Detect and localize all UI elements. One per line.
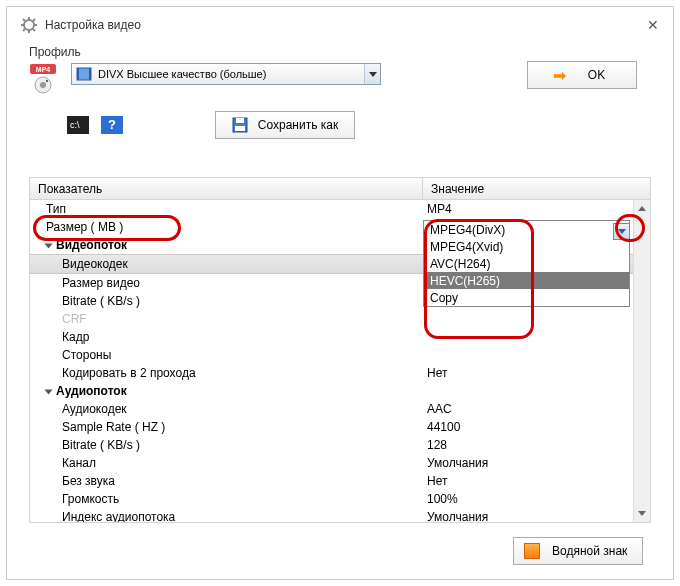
profile-select[interactable]: DIVX Высшее качество (больше) — [71, 63, 381, 85]
table-row[interactable]: Bitrate ( KB/s )128 — [30, 436, 650, 454]
svg-point-0 — [24, 20, 34, 30]
svg-line-5 — [23, 19, 25, 21]
table-row[interactable]: Кодировать в 2 проходаНет — [30, 364, 650, 382]
help-icon[interactable]: ? — [101, 116, 123, 134]
scroll-up-icon[interactable] — [634, 200, 650, 217]
table-row[interactable]: Кадр — [30, 328, 650, 346]
svg-text:?: ? — [108, 117, 116, 132]
ok-label: OK — [588, 68, 605, 82]
gear-icon — [21, 17, 37, 33]
floppy-icon — [232, 117, 248, 133]
table-row[interactable]: АудиокодекAAC — [30, 400, 650, 418]
dropdown-option[interactable]: HEVC(H265) — [424, 272, 629, 289]
codec-dropdown[interactable]: MPEG4(DivX)MPEG4(Xvid)AVC(H264)HEVC(H265… — [423, 220, 630, 307]
table-row[interactable]: Стороны — [30, 346, 650, 364]
table-row[interactable]: Без звукаНет — [30, 472, 650, 490]
svg-rect-23 — [236, 118, 244, 123]
svg-marker-17 — [369, 72, 377, 77]
table-row[interactable]: Индекс аудиопотокаУмолчания — [30, 508, 650, 522]
ok-button[interactable]: ➡ OK — [527, 61, 637, 89]
console-icon[interactable]: c:\ — [67, 116, 89, 134]
svg-point-12 — [40, 82, 46, 88]
svg-rect-16 — [89, 68, 91, 80]
table-row[interactable]: CRF — [30, 310, 650, 328]
svg-line-6 — [33, 29, 35, 31]
table-row[interactable]: Аудиопоток — [30, 382, 650, 400]
dropdown-option[interactable]: MPEG4(DivX) — [424, 221, 629, 238]
save-as-button[interactable]: Сохранить как — [215, 111, 355, 139]
svg-rect-14 — [77, 68, 91, 80]
svg-rect-24 — [235, 126, 245, 131]
col-value[interactable]: Значение — [423, 178, 650, 199]
scroll-down-icon[interactable] — [634, 505, 650, 522]
film-icon — [76, 66, 92, 82]
arrow-right-icon: ➡ — [553, 66, 566, 85]
table-row[interactable]: Громкость100% — [30, 490, 650, 508]
svg-point-13 — [46, 80, 48, 82]
table-row[interactable]: ТипMP4 — [30, 200, 650, 218]
profile-label: Профиль — [7, 39, 673, 61]
dropdown-option[interactable]: AVC(H264) — [424, 255, 629, 272]
settings-grid: Показатель Значение ТипMP4Размер ( MB )В… — [29, 177, 651, 523]
svg-line-7 — [23, 29, 25, 31]
watermark-button[interactable]: Водяной знак — [513, 537, 643, 565]
table-row[interactable]: Sample Rate ( HZ )44100 — [30, 418, 650, 436]
save-as-label: Сохранить как — [258, 118, 338, 132]
chevron-down-icon — [364, 64, 380, 84]
profile-value: DIVX Высшее качество (больше) — [98, 68, 266, 80]
svg-text:c:\: c:\ — [70, 120, 80, 130]
svg-line-8 — [33, 19, 35, 21]
table-row[interactable]: КаналУмолчания — [30, 454, 650, 472]
window-title: Настройка видео — [45, 18, 647, 32]
watermark-icon — [524, 543, 540, 559]
dropdown-option[interactable]: Copy — [424, 289, 629, 306]
mp4-icon: MP4 — [29, 63, 57, 95]
svg-text:MP4: MP4 — [36, 66, 51, 73]
close-icon[interactable]: ✕ — [647, 17, 659, 33]
dropdown-option[interactable]: MPEG4(Xvid) — [424, 238, 629, 255]
scrollbar[interactable] — [633, 200, 650, 522]
col-indicator[interactable]: Показатель — [30, 178, 423, 199]
svg-rect-15 — [77, 68, 79, 80]
watermark-label: Водяной знак — [552, 544, 627, 558]
dropdown-button[interactable] — [613, 223, 630, 240]
